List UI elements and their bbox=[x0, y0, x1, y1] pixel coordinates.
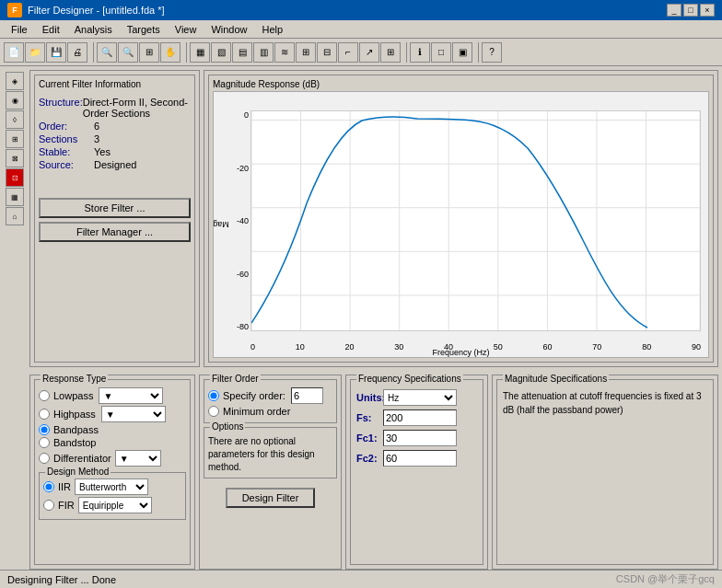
fc1-row: Fc1: bbox=[356, 430, 477, 446]
mag-specs-title: Magnitude Specifications bbox=[503, 374, 609, 384]
bandstop-radio[interactable] bbox=[39, 437, 50, 448]
fc2-row: Fc2: bbox=[356, 450, 477, 467]
print-button[interactable]: 🖨 bbox=[67, 42, 87, 63]
fc2-label: Fc2: bbox=[356, 453, 379, 464]
save-button[interactable]: 💾 bbox=[46, 42, 66, 63]
bandstop-row: Bandstop bbox=[39, 437, 186, 448]
help-button[interactable]: ? bbox=[482, 42, 502, 63]
design-method-title: Design Method bbox=[45, 467, 111, 477]
filter-order-title: Filter Order bbox=[210, 374, 261, 384]
side-btn-3[interactable]: ◊ bbox=[6, 110, 24, 129]
menu-window[interactable]: Window bbox=[204, 22, 254, 37]
side-btn-2[interactable]: ◉ bbox=[6, 91, 24, 110]
left-sidebar: ◈ ◉ ◊ ⊞ ⊠ ⊡ ▦ ⌂ bbox=[4, 70, 26, 367]
fc1-input[interactable] bbox=[383, 430, 457, 446]
bandpass-label: Bandpass bbox=[53, 424, 99, 435]
differentiator-label: Differentiator bbox=[53, 453, 111, 464]
lowpass-label: Lowpass bbox=[53, 390, 93, 401]
tool13[interactable]: □ bbox=[431, 42, 451, 63]
tool14[interactable]: ▣ bbox=[452, 42, 472, 63]
differentiator-select[interactable]: ▼ bbox=[115, 450, 161, 467]
close-button[interactable]: × bbox=[700, 4, 715, 17]
tool12[interactable]: ⊞ bbox=[380, 42, 401, 63]
fc2-input[interactable] bbox=[383, 450, 457, 467]
lowpass-select[interactable]: ▼ bbox=[99, 387, 163, 404]
tool7[interactable]: ≋ bbox=[274, 42, 295, 63]
specify-order-row: Specify order: bbox=[208, 387, 332, 404]
side-btn-7[interactable]: ▦ bbox=[6, 188, 24, 206]
specify-order-input[interactable] bbox=[291, 387, 323, 404]
response-type-title: Response Type bbox=[41, 374, 108, 384]
pan-button[interactable]: ✋ bbox=[160, 42, 180, 63]
chart-area: 0 -20 -40 -60 -80 Magnitude (dB) 0102030… bbox=[213, 91, 709, 358]
highpass-row: Highpass ▼ bbox=[39, 406, 186, 422]
iir-radio[interactable] bbox=[43, 481, 54, 492]
magnitude-panel: Magnitude Response (dB) bbox=[204, 70, 718, 367]
menu-help[interactable]: Help bbox=[255, 22, 291, 37]
tool8[interactable]: ⊞ bbox=[296, 42, 316, 63]
new-button[interactable]: 📄 bbox=[4, 42, 24, 63]
side-btn-4[interactable]: ⊞ bbox=[6, 130, 24, 148]
specify-order-radio[interactable] bbox=[208, 390, 219, 401]
response-type-box: Response Type Lowpass ▼ Highpass ▼ Ba bbox=[29, 375, 195, 570]
tool6[interactable]: ▥ bbox=[253, 42, 274, 63]
tool11[interactable]: ↗ bbox=[359, 42, 379, 63]
x-axis-label: Frequency (Hz) bbox=[432, 348, 489, 357]
zoom-out-button[interactable]: 🔍 bbox=[118, 42, 138, 63]
window-controls[interactable]: _ □ × bbox=[667, 4, 715, 17]
minimum-order-radio[interactable] bbox=[208, 406, 219, 417]
design-filter-button[interactable]: Design Filter bbox=[226, 488, 316, 508]
fs-row: Fs: bbox=[356, 409, 477, 426]
toolbar-sep-1 bbox=[90, 42, 94, 63]
structure-row: Structure: Direct-Form II, Second-Order … bbox=[39, 97, 191, 119]
zoom-in-button[interactable]: 🔍 bbox=[97, 42, 117, 63]
highpass-select[interactable]: ▼ bbox=[101, 406, 166, 422]
units-select[interactable]: Hz kHz MHz Normalized bbox=[383, 389, 457, 406]
menu-analysis[interactable]: Analysis bbox=[67, 22, 120, 37]
freq-specs-title: Frequency Specifications bbox=[356, 374, 463, 384]
menu-edit[interactable]: Edit bbox=[35, 22, 67, 37]
units-label: Units: bbox=[356, 392, 379, 403]
info-button[interactable]: ℹ bbox=[410, 42, 430, 63]
side-btn-8[interactable]: ⌂ bbox=[6, 207, 24, 225]
y-label-0: 0 bbox=[244, 110, 249, 120]
fir-label: FIR bbox=[58, 500, 75, 511]
lowpass-radio[interactable] bbox=[39, 390, 50, 401]
title-bar: F Filter Designer - [untitled.fda *] _ □… bbox=[0, 0, 722, 20]
filter-info-title: Current Filter Information bbox=[39, 79, 191, 89]
stable-row: Stable: Yes bbox=[39, 146, 191, 157]
tool5[interactable]: ▤ bbox=[232, 42, 252, 63]
menu-view[interactable]: View bbox=[168, 22, 204, 37]
structure-value: Direct-Form II, Second-Order Sections bbox=[83, 97, 191, 119]
tool10[interactable]: ⌐ bbox=[338, 42, 358, 63]
menu-file[interactable]: File bbox=[4, 22, 35, 37]
y-label-20: -20 bbox=[237, 164, 249, 173]
fir-select[interactable]: Equiripple Least-Squares Window bbox=[78, 497, 152, 513]
fir-radio[interactable] bbox=[43, 500, 54, 511]
side-btn-6[interactable]: ⊡ bbox=[6, 168, 24, 187]
filter-manager-button[interactable]: Filter Manager ... bbox=[39, 222, 191, 242]
sections-row: Sections 3 bbox=[39, 133, 191, 144]
menu-targets[interactable]: Targets bbox=[120, 22, 168, 37]
bandpass-radio[interactable] bbox=[39, 424, 50, 435]
tool3[interactable]: ▦ bbox=[190, 42, 210, 63]
iir-select[interactable]: Butterworth Chebyshev I Chebyshev II Ell… bbox=[75, 478, 148, 495]
zoom-select-button[interactable]: ⊞ bbox=[139, 42, 159, 63]
highpass-radio[interactable] bbox=[39, 409, 50, 420]
fs-label: Fs: bbox=[356, 412, 379, 423]
maximize-button[interactable]: □ bbox=[683, 4, 698, 17]
differentiator-radio[interactable] bbox=[39, 453, 50, 464]
tool4[interactable]: ▧ bbox=[211, 42, 231, 63]
side-btn-1[interactable]: ◈ bbox=[6, 72, 24, 90]
stable-value: Yes bbox=[94, 146, 111, 157]
tool9[interactable]: ⊟ bbox=[317, 42, 337, 63]
store-filter-button[interactable]: Store Filter ... bbox=[39, 198, 191, 218]
minimize-button[interactable]: _ bbox=[667, 4, 681, 17]
filter-order-box: Filter Order Specify order: Minimum orde… bbox=[199, 375, 342, 570]
design-method-box: Design Method IIR Butterworth Chebyshev … bbox=[39, 472, 186, 520]
fs-input[interactable] bbox=[383, 409, 457, 426]
lowpass-row: Lowpass ▼ bbox=[39, 387, 186, 404]
bottom-section: Response Type Lowpass ▼ Highpass ▼ Ba bbox=[0, 371, 722, 573]
open-button[interactable]: 📁 bbox=[25, 42, 45, 63]
side-btn-5[interactable]: ⊠ bbox=[6, 149, 24, 167]
